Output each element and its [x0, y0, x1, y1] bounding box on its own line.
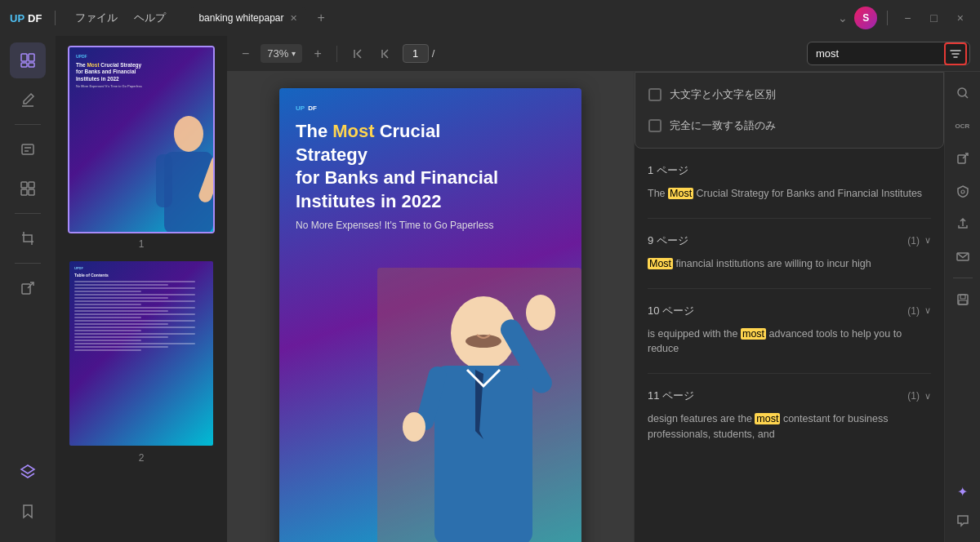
result-divider-1 — [648, 218, 931, 219]
thumb-img-1[interactable]: UPDF The Most Crucial Strategyfor Banks … — [68, 46, 215, 233]
sidebar-right-icon-protect[interactable] — [948, 176, 978, 206]
toolbar: − 73% ▾ + / — [227, 36, 980, 72]
sidebar-icon-pages[interactable] — [10, 42, 46, 78]
minimize-btn[interactable]: − — [898, 10, 917, 26]
checkbox-whole-word[interactable] — [648, 119, 662, 132]
svg-rect-15 — [156, 154, 172, 207]
filter-label-case-sensitive: 大文字と小文字を区別 — [670, 87, 776, 102]
thumb2-title: Table of Contents — [74, 273, 208, 278]
sidebar-right-icon-search[interactable] — [948, 78, 978, 108]
search-box-wrapper — [807, 42, 970, 65]
thumb1-logo: UPDF — [76, 54, 207, 59]
tab-bar: banking whitepapar ✕ + — [189, 7, 329, 29]
sidebar-icon-edit[interactable] — [10, 131, 46, 167]
thumbnail-panel: UPDF The Most Crucial Strategyfor Banks … — [56, 36, 227, 542]
result-chevron-9[interactable]: ∨ — [924, 235, 931, 246]
result-count-11: (1) ∨ — [907, 390, 931, 402]
avatar[interactable]: S — [854, 7, 877, 29]
result-text-11: design features are the most contestant … — [648, 408, 931, 449]
content-body: UPDF The Most Crucial Strategyfor Banks … — [227, 72, 980, 542]
filter-option-whole-word[interactable]: 完全に一致する語のみ — [635, 110, 943, 141]
page-number-input[interactable] — [403, 44, 429, 63]
svg-rect-30 — [958, 295, 968, 304]
sidebar-right-icon-save[interactable] — [948, 285, 978, 314]
tab-title: banking whitepapar — [198, 12, 283, 24]
svg-rect-11 — [29, 189, 34, 195]
result-divider-9 — [648, 288, 931, 289]
result-highlight-11: most — [755, 413, 780, 424]
sidebar-right-icon-mail[interactable] — [948, 242, 978, 271]
page-first-btn[interactable] — [347, 45, 368, 63]
sidebar-separator-3 — [15, 263, 41, 264]
pdf-title-highlight: Most — [332, 121, 374, 141]
sidebar-right-icon-chat[interactable] — [948, 506, 978, 535]
sidebar-right-icon-ocr[interactable]: OCR — [948, 111, 978, 140]
content-area: − 73% ▾ + / — [227, 36, 980, 542]
thumbnail-2[interactable]: UPDF Table of Contents — [62, 260, 220, 464]
svg-rect-20 — [434, 366, 532, 542]
svg-rect-12 — [22, 284, 30, 294]
thumb2-logo: UPDF — [74, 266, 208, 270]
result-section-page10: 10 ページ (1) ∨ is equipped with the most a… — [635, 292, 944, 371]
svg-point-26 — [958, 88, 966, 96]
svg-point-13 — [174, 116, 203, 152]
zoom-out-btn[interactable]: − — [237, 43, 254, 64]
tab-add-btn[interactable]: + — [312, 9, 329, 27]
result-page-header-11[interactable]: 11 ページ (1) ∨ — [648, 384, 931, 408]
sidebar-icon-extract[interactable] — [10, 270, 46, 306]
result-text-1: The Most Crucial Strategy for Banks and … — [648, 183, 931, 208]
result-highlight-1: Most — [668, 188, 693, 199]
sidebar-right-separator-1 — [953, 278, 973, 278]
sidebar-icon-crop[interactable] — [10, 220, 46, 256]
result-page-header-1[interactable]: 1 ページ — [648, 158, 931, 183]
maximize-btn[interactable]: □ — [924, 10, 943, 26]
pdf-subtitle: No More Expenses! It's Time to Go Paperl… — [296, 220, 565, 231]
thumb2-content-lines — [74, 281, 208, 351]
tab-banking[interactable]: banking whitepapar ✕ — [189, 7, 307, 29]
svg-rect-10 — [21, 189, 27, 195]
thumbnail-1[interactable]: UPDF The Most Crucial Strategyfor Banks … — [62, 46, 220, 250]
filter-option-case-sensitive[interactable]: 大文字と小文字を区別 — [635, 79, 943, 110]
filter-btn[interactable] — [944, 42, 967, 65]
sidebar-icon-organize[interactable] — [10, 171, 46, 207]
result-page-header-10[interactable]: 10 ページ (1) ∨ — [648, 299, 931, 323]
result-page-label-11: 11 ページ — [648, 389, 694, 403]
svg-rect-1 — [29, 54, 34, 61]
titlebar: UPDF ファイル ヘルプ banking whitepapar ✕ + ⌄ S… — [0, 0, 980, 36]
logo-up: UP — [10, 12, 24, 24]
result-section-page1: 1 ページ The Most Crucial Strategy for Bank… — [635, 152, 944, 215]
controls-divider — [887, 11, 888, 25]
svg-rect-3 — [29, 63, 34, 67]
menu-help[interactable]: ヘルプ — [127, 7, 172, 29]
collapse-chevron-icon[interactable]: ⌄ — [838, 11, 848, 24]
sidebar-right-icon-assistant[interactable]: ✦ — [948, 477, 978, 506]
page-prev-btn[interactable] — [375, 45, 396, 63]
sidebar-icon-annotate[interactable] — [10, 82, 46, 118]
tab-close-btn[interactable]: ✕ — [290, 14, 297, 23]
zoom-dropdown-icon: ▾ — [292, 49, 296, 58]
sidebar-right-icon-share[interactable] — [948, 209, 978, 238]
filter-dropdown: 大文字と小文字を区別 完全に一致する語のみ — [635, 72, 944, 149]
svg-point-25 — [466, 335, 501, 348]
sidebar-right: OCR — [944, 72, 980, 542]
thumb-img-2[interactable]: UPDF Table of Contents — [68, 260, 215, 447]
result-text-10: is equipped with the most advanced tools… — [648, 323, 931, 364]
result-chevron-11[interactable]: ∨ — [924, 391, 931, 402]
close-btn[interactable]: × — [951, 10, 970, 26]
svg-rect-0 — [21, 54, 27, 61]
checkbox-case-sensitive[interactable] — [648, 88, 662, 101]
filter-label-whole-word: 完全に一致する語のみ — [670, 118, 776, 133]
sidebar-icon-layers[interactable] — [10, 454, 46, 490]
menu-file[interactable]: ファイル — [69, 7, 124, 29]
result-chevron-10[interactable]: ∨ — [924, 305, 931, 316]
zoom-in-btn[interactable]: + — [309, 43, 326, 64]
sidebar-right-icon-extract[interactable] — [948, 144, 978, 173]
sidebar-icon-bookmark[interactable] — [10, 493, 46, 529]
sidebar-separator-2 — [15, 213, 41, 214]
zoom-display[interactable]: 73% ▾ — [261, 44, 302, 63]
result-page-header-9[interactable]: 9 ページ (1) ∨ — [648, 229, 931, 253]
thumb-page-num-2: 2 — [139, 452, 145, 464]
page-input-group: / — [403, 44, 435, 63]
result-page-label-1: 1 ページ — [648, 163, 688, 178]
pdf-viewer[interactable]: UPDF The Most Crucial Strategyfor Banks … — [227, 72, 634, 542]
